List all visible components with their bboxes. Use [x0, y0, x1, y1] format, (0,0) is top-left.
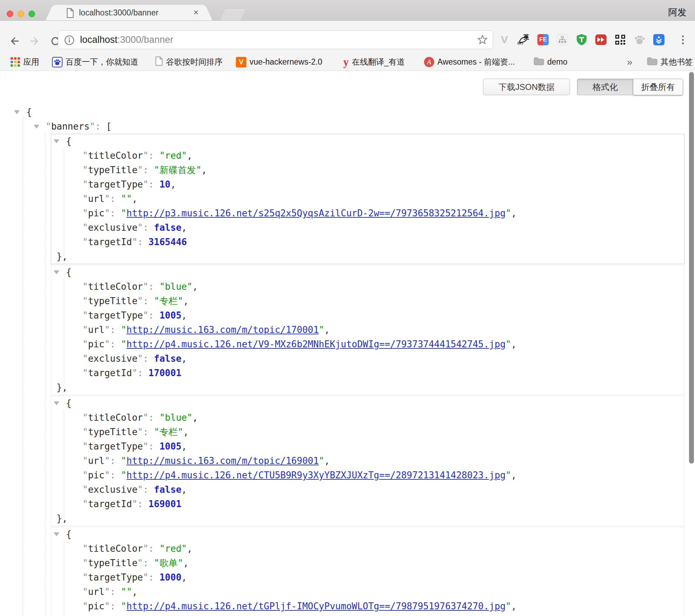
json-property-line: "targetType": 10, [51, 177, 684, 192]
json-link[interactable]: http://music.163.com/m/topic/169001 [126, 456, 319, 466]
json-property-line: "typeTitle": "新碟首发", [51, 163, 684, 177]
json-array-items: {"titleColor": "red","typeTitle": "新碟首发"… [0, 134, 695, 616]
page-content: 下载JSON数据 格式化 折叠所有 { "banners": [ {"title… [0, 71, 695, 616]
collapse-toggle-icon[interactable] [14, 110, 20, 114]
tampermonkey-icon[interactable] [576, 34, 588, 46]
reader-icon[interactable] [653, 34, 665, 46]
tab-close-icon[interactable]: × [193, 7, 199, 18]
open-brace: { [66, 267, 72, 277]
open-brace: { [66, 136, 72, 146]
json-string-value: "专栏" [154, 427, 183, 437]
json-property-line: "pic": "http://p3.music.126.net/s25q2x5Q… [51, 206, 684, 221]
browser-tab[interactable]: localhost:3000/banner × [54, 5, 204, 20]
json-key: url [88, 586, 105, 597]
vue-devtools-icon[interactable]: V [498, 34, 510, 46]
json-property-line: "targetId": 170001 [51, 366, 684, 380]
collapse-toggle-icon[interactable] [54, 532, 59, 536]
json-key: exclusive [88, 353, 138, 364]
paw-icon[interactable] [634, 34, 646, 46]
vue-icon: V [236, 57, 246, 67]
open-brace: { [66, 529, 72, 539]
collapse-toggle-icon[interactable] [34, 125, 39, 129]
json-bool-value: false [154, 222, 181, 233]
view-mode-segmented-control: 格式化 折叠所有 [577, 79, 683, 95]
tab-title: localhost:3000/banner [79, 8, 158, 18]
baidu-paw-icon [52, 57, 62, 67]
url-text[interactable]: localhost:3000/banner [80, 34, 173, 45]
json-link[interactable]: http://music.163.com/m/topic/170001 [126, 325, 319, 335]
json-property-line: "exclusive": false, [51, 483, 684, 497]
back-icon[interactable] [8, 35, 20, 49]
collapse-toggle-icon[interactable] [54, 401, 59, 405]
bookmark-google-sort[interactable]: 谷歌按时间排序 [155, 53, 223, 71]
minimize-window-button[interactable] [18, 11, 24, 17]
close-window-button[interactable] [7, 11, 13, 17]
collapse-toggle-icon[interactable] [54, 139, 59, 143]
json-array-item: {"titleColor": "blue","typeTitle": "专栏",… [51, 265, 684, 395]
json-banners-line: "banners": [ [0, 119, 695, 134]
json-string-value: "blue" [159, 281, 192, 292]
bookmark-baidu[interactable]: 百度一下，你就知道 [52, 53, 138, 71]
address-bar[interactable]: localhost:3000/banner [58, 31, 493, 49]
zoom-window-button[interactable] [28, 11, 35, 17]
translate-icon[interactable]: en英 [517, 34, 529, 46]
url-host: localhost [80, 34, 118, 45]
bookmark-apps[interactable]: 应用 [11, 53, 39, 71]
qr-code-icon[interactable] [614, 34, 626, 46]
vertical-scrollbar[interactable] [689, 72, 694, 464]
json-property-line: "titleColor": "blue", [51, 411, 684, 425]
json-link[interactable]: http://p4.music.126.net/V9-MXz6b2MNhEKju… [126, 339, 505, 349]
browser-menu-icon[interactable] [677, 34, 689, 46]
bookmarks-bar: 应用 百度一下，你就知道 谷歌按时间排序 V vue-hackernews-2.… [0, 53, 695, 71]
json-property-line: "url": "http://music.163.com/m/topic/170… [51, 323, 684, 337]
download-json-button[interactable]: 下载JSON数据 [483, 79, 570, 95]
json-key: banners [51, 121, 90, 132]
fe-helper-icon[interactable]: FE [537, 34, 549, 46]
json-key: url [88, 194, 105, 204]
sitemap-icon[interactable] [556, 34, 568, 46]
video-speed-icon[interactable] [595, 34, 607, 46]
bookmark-folder-others[interactable]: 其他书签 [647, 53, 693, 71]
json-link[interactable]: http://p4.music.126.net/tGPljf-IMOCyPvum… [126, 601, 505, 611]
json-item-close-line: }, [51, 249, 684, 264]
collapse-toggle-icon[interactable] [54, 270, 59, 274]
json-root-line: { [0, 105, 695, 119]
forward-icon[interactable] [29, 35, 41, 49]
json-key: targetId [88, 237, 132, 247]
json-item-open-line: { [51, 265, 684, 280]
format-button[interactable]: 格式化 [577, 79, 633, 95]
json-property-line: "url": "", [51, 192, 684, 206]
json-key: titleColor [88, 412, 143, 423]
json-number-value: 10 [159, 179, 170, 190]
bookmark-vue-hackernews[interactable]: V vue-hackernews-2.0 [236, 53, 322, 71]
json-bool-value: false [154, 353, 181, 364]
bookmarks-overflow-chevron[interactable]: » [627, 53, 633, 71]
youdao-icon: y [343, 57, 349, 67]
bookmark-youdao[interactable]: y 在线翻译_有道 [343, 53, 405, 71]
json-number-value: 170001 [148, 368, 181, 378]
bookmark-star-icon[interactable] [477, 34, 488, 47]
collapse-all-button[interactable]: 折叠所有 [633, 79, 683, 95]
info-icon[interactable] [64, 35, 75, 47]
bookmark-folder-demo[interactable]: demo [534, 53, 568, 71]
bookmark-awesomes[interactable]: A Awesomes - 前端资... [424, 53, 515, 71]
json-key: typeTitle [88, 296, 138, 306]
json-property-line: "targetType": 1005, [51, 439, 684, 454]
new-tab-button[interactable] [220, 9, 245, 20]
json-number-value: 1000 [159, 572, 181, 583]
json-key: titleColor [88, 150, 143, 161]
json-property-line: "targetType": 1005, [51, 308, 684, 323]
json-property-line: "targetType": 1000, [51, 570, 684, 585]
json-number-value: 1005 [159, 310, 181, 321]
json-key: pic [88, 470, 105, 480]
json-link[interactable]: http://p4.music.126.net/CTU5B9R9y3XyYBZX… [126, 470, 505, 480]
json-key: exclusive [88, 484, 138, 495]
json-link[interactable]: http://p3.music.126.net/s25q2x5QyqsAzilC… [126, 208, 505, 218]
json-item-close-line: }, [51, 380, 684, 395]
json-array-item: {"titleColor": "red","typeTitle": "新碟首发"… [51, 134, 684, 264]
json-property-line: "typeTitle": "专栏", [51, 294, 684, 308]
json-array-item: {"titleColor": "blue","typeTitle": "专栏",… [51, 396, 684, 526]
page-favicon-icon [66, 8, 75, 20]
url-path: :3000/banner [118, 34, 173, 45]
json-key: targetType [88, 572, 143, 583]
